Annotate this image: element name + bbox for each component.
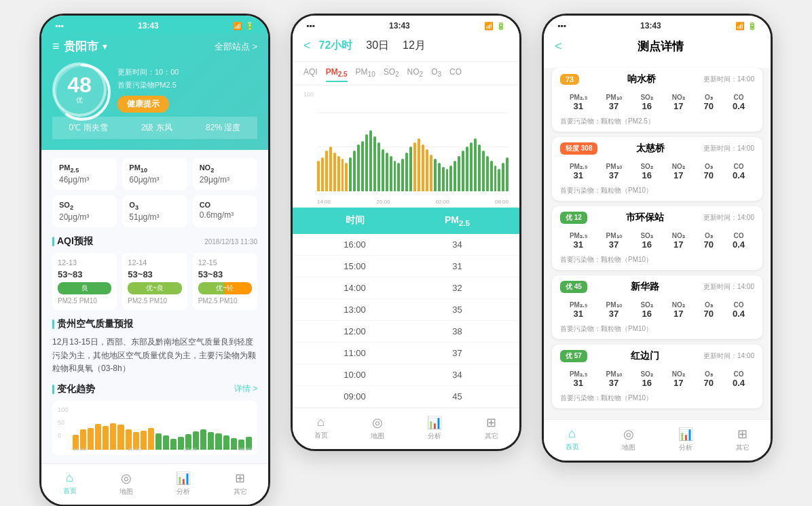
chart-icon-3: 📊 (678, 427, 693, 442)
chart-icon-2: 📊 (427, 415, 442, 430)
tab-aqi[interactable]: AQI (303, 64, 318, 82)
tab-o3[interactable]: O3 (431, 64, 441, 82)
map-icon-3: ◎ (623, 427, 634, 442)
nav-other-3[interactable]: ⊞ 其它 (736, 427, 750, 452)
health-tip-button[interactable]: 健康提示 (117, 96, 169, 113)
th-time: 时间 (303, 214, 406, 227)
nav-home-3[interactable]: ⌂ 首页 (566, 427, 579, 452)
aqi-info: 更新时间：10：00 首要污染物PM2.5 健康提示 (117, 67, 257, 113)
aqi-circle: 48 优 (52, 62, 107, 117)
table-header: 时间 PM2.5 (293, 208, 519, 234)
table-row: 13:00 35 (293, 299, 519, 321)
table-row: 11:00 37 (293, 343, 519, 364)
bottom-nav-3: ⌂ 首页 ◎ 地图 📊 分析 ⊞ 其它 (544, 419, 771, 461)
nav-map[interactable]: ◎ 地图 (119, 471, 133, 497)
station-list: 73 响水桥 更新时间：14:00 PM₂.₅31 PM₁₀37 SO₂16 N… (544, 68, 771, 419)
nav-home-2[interactable]: ⌂ 首页 (314, 415, 328, 441)
city-selector[interactable]: 贵阳市 ▼ (64, 39, 109, 54)
menu-icon[interactable]: ≡ (52, 39, 60, 54)
pollutant-o3: O3 51μg/m³ (122, 195, 187, 227)
battery-icon: 🔋 (245, 22, 255, 31)
nav-other[interactable]: ⊞ 其它 (234, 471, 247, 497)
weather-condition: 0℃ 雨夹雪 (69, 122, 108, 134)
station-card-xinhua: 优 45 新华路 更新时间：14:00 PM₂.₅31 PM₁₀37 SO₂16… (552, 275, 762, 339)
phone-dashboard: ▪▪▪ 13:43 📶 🔋 ≡ 贵阳市 ▼ 全部站点 > (39, 14, 270, 506)
station-header: < 测点详情 (544, 33, 771, 62)
all-stations-link[interactable]: 全部站点 > (215, 41, 257, 53)
station-page-title: 测点详情 (562, 39, 760, 54)
signal-icon-3: ▪▪▪ (557, 21, 566, 31)
pollutant-tabs: AQI PM2.5 PM10 SO2 NO2 O3 CO (293, 62, 519, 85)
phone-station: ▪▪▪ 13:43 📶 🔋 < 测点详情 73 响水桥 更新时间：14:00 P… (542, 14, 773, 463)
pollutant-so2: SO2 20μg/m³ (52, 195, 117, 227)
time-period-selector[interactable]: 72小时 (319, 39, 353, 53)
humidity-info: 82% 湿度 (206, 122, 240, 134)
back-button-2[interactable]: < (303, 39, 311, 53)
nav-analysis-3[interactable]: 📊 分析 (678, 427, 693, 452)
table-row: 10:00 34 (293, 364, 519, 386)
nav-other-2[interactable]: ⊞ 其它 (485, 415, 498, 441)
battery-icon-2: 🔋 (496, 22, 506, 31)
station-badge-3: 优 12 (560, 212, 587, 224)
tab-pm10[interactable]: PM10 (356, 64, 375, 82)
status-bar: ▪▪▪ 13:43 📶 🔋 (41, 16, 268, 33)
nav-analysis-2[interactable]: 📊 分析 (427, 415, 442, 441)
chart-header: < 72小时 30日 12月 (293, 33, 519, 62)
status-time-3: 13:43 (640, 21, 661, 31)
city-arrow-icon: ▼ (101, 42, 109, 52)
nav-map-3[interactable]: ◎ 地图 (622, 427, 635, 452)
pollutant-pm10: PM10 60μg/m³ (122, 158, 187, 190)
station-card-taici: 轻度 308 太慈桥 更新时间：14:00 PM₂.₅31 PM₁₀37 SO₂… (552, 137, 762, 201)
dashboard-body: PM2.5 46μg/m³ PM10 60μg/m³ NO2 29μg/m³ S… (41, 150, 268, 463)
wifi-icon-2: 📶 (484, 22, 494, 31)
pollutants-grid: PM2.5 46μg/m³ PM10 60μg/m³ NO2 29μg/m³ S… (52, 158, 257, 227)
wifi-icon-3: 📶 (735, 22, 745, 31)
station-name-4: 新华路 (593, 281, 698, 293)
trend-detail-link[interactable]: 详情 > (234, 383, 257, 395)
status-time-2: 13:43 (389, 21, 410, 31)
table-row: 15:00 31 (293, 256, 519, 277)
tab-co[interactable]: CO (449, 64, 462, 82)
status-bar-2: ▪▪▪ 13:43 📶 🔋 (293, 16, 519, 33)
station-card-hongbian: 优 57 红边门 更新时间：14:00 PM₂.₅31 PM₁₀37 SO₂16… (552, 345, 762, 408)
nav-map-2[interactable]: ◎ 地图 (371, 415, 384, 441)
tab-so2[interactable]: SO2 (384, 64, 399, 82)
pollutant-pm25: PM2.5 46μg/m³ (52, 158, 117, 190)
grid-icon-2: ⊞ (486, 415, 496, 430)
home-icon-2: ⌂ (317, 415, 325, 429)
wifi-icon: 📶 (233, 22, 242, 31)
home-icon-3: ⌂ (568, 427, 576, 441)
nav-home[interactable]: ⌂ 首页 (63, 471, 77, 497)
table-row: 12:00 38 (293, 321, 519, 343)
trend-chart: 100 50 0 14:00 20:00 02:00 08:00 (52, 401, 257, 455)
station-badge-5: 优 57 (560, 350, 587, 362)
forecast-card-2: 12-14 53~83 优~良 PM2.5 PM10 (122, 253, 187, 310)
month-selector[interactable]: 12月 (403, 39, 426, 53)
tab-pm25[interactable]: PM2.5 (326, 64, 348, 82)
battery-icon-3: 🔋 (748, 22, 757, 31)
table-row: 16:00 34 (293, 234, 519, 256)
back-button-3[interactable]: < (555, 39, 562, 54)
data-table: 时间 PM2.5 16:00 34 15:00 31 14:00 32 13:0… (293, 208, 519, 408)
station-name-5: 红边门 (593, 350, 698, 362)
home-icon: ⌂ (66, 471, 73, 485)
signal-icon: ▪▪▪ (55, 21, 64, 31)
quality-text: 12月13-15日，西部、东部及黔南地区空气质量良到轻度污染为主，其他地区空气质… (52, 336, 257, 375)
update-time: 更新时间：10：00 (117, 67, 257, 77)
date-selector[interactable]: 30日 (366, 39, 389, 53)
chart-area: 100 14:00 20:00 02:00 08:00 (293, 85, 519, 208)
status-time: 13:43 (138, 21, 159, 31)
station-name-2: 太慈桥 (603, 142, 698, 155)
main-pollutant: 首要污染物PM2.5 (117, 80, 257, 90)
grid-icon: ⊞ (235, 471, 245, 486)
bottom-nav: ⌂ 首页 ◎ 地图 📊 分析 ⊞ 其它 (41, 463, 268, 505)
forecast-card-3: 12-15 53~83 优~轻 PM2.5 PM10 (193, 253, 257, 310)
station-name-3: 市环保站 (593, 212, 698, 224)
tab-no2[interactable]: NO2 (407, 64, 424, 82)
signal-icon-2: ▪▪▪ (306, 21, 315, 31)
nav-analysis[interactable]: 📊 分析 (176, 471, 191, 497)
pollutant-no2: NO2 29μg/m³ (193, 158, 257, 190)
trend-header: 变化趋势 详情 > (52, 383, 257, 395)
chart-icon: 📊 (176, 471, 191, 486)
map-icon-2: ◎ (372, 415, 383, 430)
